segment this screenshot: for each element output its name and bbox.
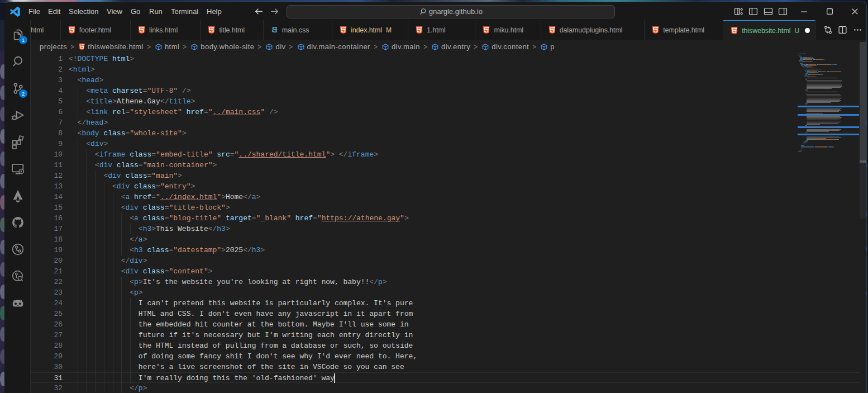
svg-text:B: B: [271, 26, 277, 34]
